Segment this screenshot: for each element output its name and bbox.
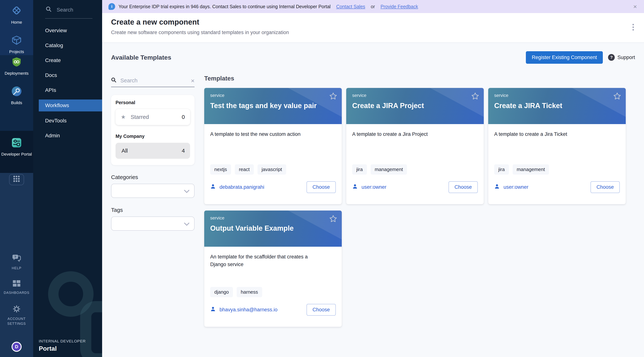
module-label: ACCOUNT SETTINGS (2, 316, 31, 326)
card-category: service (494, 93, 620, 98)
person-icon (494, 184, 500, 191)
app-root: Home Projects (0, 0, 644, 357)
register-existing-component-button[interactable]: Register Existing Component (526, 51, 603, 64)
card-owner-link[interactable]: debabrata.panigrahi (220, 184, 264, 190)
nav-item-apis[interactable]: APIs (33, 84, 102, 96)
card-owner-link[interactable]: bhavya.sinha@harness.io (220, 307, 278, 313)
star-toggle-icon[interactable] (329, 92, 337, 102)
card-body: A template to create a Jira Ticket jira … (488, 124, 626, 204)
module-item-developer-portal[interactable]: Developer Portal (0, 137, 33, 157)
tag: react (235, 164, 254, 174)
chevron-down-icon (184, 188, 189, 194)
module-label: Developer Portal (1, 152, 32, 157)
nav-item-docs[interactable]: Docs (33, 69, 102, 81)
page-subtitle: Create new software components using sta… (111, 30, 644, 36)
user-avatar[interactable]: D (12, 342, 22, 352)
card-owner-link[interactable]: user:owner (362, 184, 386, 190)
nav-item-overview[interactable]: Overview (33, 24, 102, 36)
sidebar-search[interactable] (33, 0, 102, 14)
all-filter-row[interactable]: All 4 (116, 143, 190, 159)
choose-button[interactable]: Choose (306, 304, 336, 316)
builds-icon (11, 86, 22, 98)
dashboards-icon (13, 280, 20, 288)
gear-icon (12, 305, 21, 314)
module-item-account-settings[interactable]: ACCOUNT SETTINGS (2, 305, 31, 326)
provide-feedback-link[interactable]: Provide Feedback (380, 4, 418, 9)
choose-button[interactable]: Choose (306, 181, 336, 193)
brand-line-big: Portal (39, 345, 86, 352)
template-search[interactable]: × (111, 77, 194, 87)
nav-item-workflows[interactable]: Workflows (39, 100, 102, 112)
star-toggle-icon[interactable] (329, 215, 337, 224)
module-group-bottom: ? HELP DASHBOARDS (0, 173, 33, 357)
chevron-down-icon (184, 220, 189, 227)
card-category: service (210, 216, 336, 220)
star-icon: ★ (121, 114, 126, 120)
card-title: Test the tags and key value pair (210, 102, 336, 110)
nav-item-admin[interactable]: Admin (33, 130, 102, 142)
cube-icon (11, 35, 22, 47)
card-tags: jira management (352, 164, 478, 174)
tag: harness (237, 287, 262, 297)
template-search-input[interactable] (120, 77, 188, 84)
question-icon: ? (608, 54, 615, 61)
page-title: Create a new component (111, 18, 644, 26)
module-label: DASHBOARDS (4, 290, 30, 295)
card-title: Create a JIRA Project (352, 102, 478, 110)
card-header: service Create a JIRA Project (346, 88, 484, 124)
module-label: Projects (9, 49, 24, 54)
card-body: An template for the scaffolder that crea… (204, 247, 342, 327)
starred-count: 0 (182, 114, 185, 120)
card-title: Output Variable Example (210, 224, 336, 232)
template-card: service Output Variable Example An templ… (204, 210, 342, 327)
module-item-home[interactable]: Home (0, 4, 33, 25)
tag: jira (352, 164, 367, 174)
module-sidebar: Home Projects (0, 0, 33, 357)
clear-search-icon[interactable]: × (191, 78, 194, 84)
module-item-projects[interactable]: Projects (0, 35, 33, 54)
categories-dropdown[interactable] (111, 184, 194, 198)
module-label: Deployments (5, 71, 28, 76)
card-header: service Create a JIRA Ticket (488, 88, 626, 124)
starred-filter-row[interactable]: ★ Starred 0 (116, 109, 190, 125)
sidebar-search-input[interactable] (56, 6, 93, 13)
template-card: service Test the tags and key value pair… (204, 88, 342, 204)
banner-close-icon[interactable]: × (632, 3, 638, 10)
star-toggle-icon[interactable] (471, 92, 479, 102)
filters-panel: × Personal ★ Starred 0 My Company All 4 (111, 77, 194, 231)
categories-label: Categories (111, 174, 194, 180)
card-tags: nextjs react javascript (210, 164, 336, 174)
contact-sales-link[interactable]: Contact Sales (336, 4, 365, 9)
module-switcher-button[interactable] (9, 174, 24, 185)
developer-portal-icon (11, 137, 22, 150)
available-templates-heading: Available Templates (111, 54, 171, 61)
info-icon: i (108, 3, 115, 10)
divider (45, 18, 92, 19)
star-toggle-icon[interactable] (613, 92, 621, 102)
nav-item-catalog[interactable]: Catalog (33, 40, 102, 52)
search-icon (111, 77, 116, 84)
svg-text:?: ? (14, 255, 16, 258)
nav-item-devtools[interactable]: DevTools (33, 115, 102, 127)
choose-button[interactable]: Choose (590, 181, 620, 193)
module-item-deployments[interactable]: Deployments (0, 56, 33, 76)
card-description: A template to create a Jira Ticket (494, 130, 620, 138)
card-tags: django harness (210, 287, 336, 297)
module-item-dashboards[interactable]: DASHBOARDS (4, 280, 30, 295)
card-owner-link[interactable]: user:owner (504, 184, 528, 190)
module-item-help[interactable]: ? HELP (12, 254, 22, 270)
card-description: An template for the scaffolder that crea… (210, 253, 322, 268)
kebab-menu-icon[interactable] (631, 23, 635, 32)
card-category: service (210, 93, 336, 98)
person-icon (352, 184, 358, 191)
support-link[interactable]: ? Support (608, 54, 635, 61)
templates-body: × Personal ★ Starred 0 My Company All 4 (111, 69, 635, 327)
module-item-builds[interactable]: Builds (0, 86, 33, 106)
nav-item-create[interactable]: Create (33, 54, 102, 66)
banner-or-text: or (371, 4, 375, 9)
choose-button[interactable]: Choose (448, 181, 478, 193)
trial-banner: i Your Enterprise IDP trial expires in 9… (102, 0, 644, 13)
home-icon (10, 4, 22, 18)
support-label: Support (617, 54, 635, 60)
tags-dropdown[interactable] (111, 216, 194, 231)
